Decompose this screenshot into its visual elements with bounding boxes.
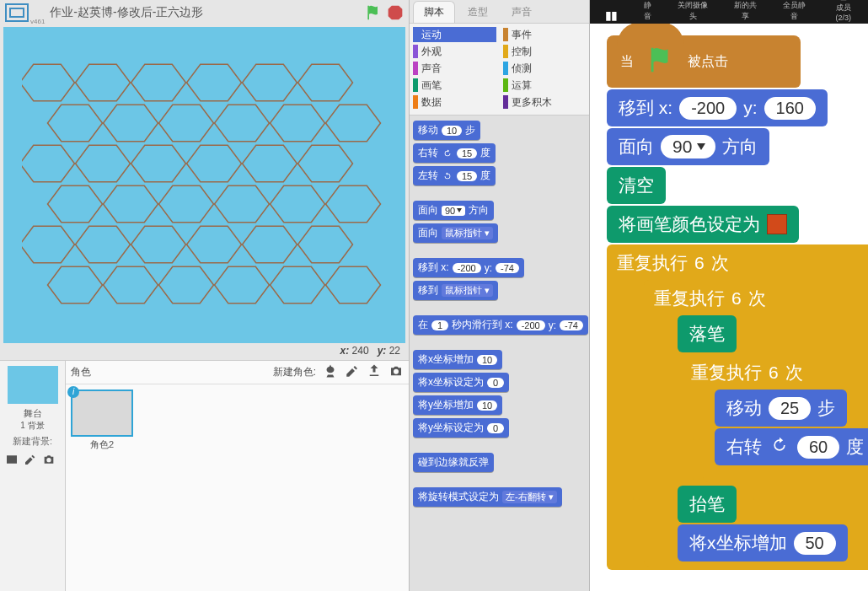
block-repeat-inner[interactable]: 重复执行6次 移动25步 右转60度: [681, 354, 868, 486]
green-flag-icon: [644, 46, 678, 78]
block-point-towards[interactable]: 面向鼠标指针 ▾: [413, 223, 498, 243]
sprite-list: 角色 新建角色: i 角色2: [66, 361, 409, 591]
block-point-direction-script[interactable]: 面向90方向: [607, 128, 769, 165]
block-rotation-style[interactable]: 将旋转模式设定为左-右翻转 ▾: [413, 487, 562, 507]
svg-marker-13: [22, 145, 75, 181]
sprite-library-icon[interactable]: [323, 363, 338, 381]
pause-icon[interactable]: ▮▮: [605, 8, 617, 22]
svg-marker-25: [22, 226, 75, 262]
svg-marker-29: [243, 226, 297, 262]
category-pen[interactable]: 画笔: [413, 78, 496, 93]
stage-selector[interactable]: 舞台 1 背景 新建背景:: [0, 361, 66, 591]
svg-marker-34: [215, 266, 270, 303]
blocks-palette-column: 脚本 造型 声音 运动事件外观控制声音侦测画笔运算数据更多积木 移动10步 右转…: [409, 0, 590, 591]
svg-marker-9: [159, 105, 214, 141]
tab-costumes[interactable]: 造型: [457, 1, 499, 23]
block-repeat-outer[interactable]: 重复执行6次 重复执行6次 落笔 重复执行6次 移动25步 右转60度: [607, 244, 868, 570]
svg-marker-10: [215, 105, 270, 141]
svg-marker-1: [22, 64, 75, 100]
meet-mute-all[interactable]: 全员静音: [780, 0, 809, 22]
sprite-paint-icon[interactable]: [345, 363, 360, 381]
color-swatch[interactable]: [767, 214, 787, 234]
block-point-direction[interactable]: 面向90方向: [413, 201, 494, 220]
category-sensing[interactable]: 侦测: [503, 61, 587, 76]
category-operators[interactable]: 运算: [503, 78, 587, 93]
tab-scripts[interactable]: 脚本: [413, 1, 455, 23]
block-change-x-script[interactable]: 将x坐标增加50: [678, 524, 848, 561]
block-move-steps[interactable]: 移动10步: [413, 121, 480, 140]
svg-marker-14: [76, 145, 131, 181]
category-events[interactable]: 事件: [503, 27, 587, 42]
script-workspace[interactable]: 当 被点击 移到 x:-200y:160 面向90方向 清空 将画笔颜色设定为 …: [590, 24, 868, 591]
sprite-camera-icon[interactable]: [388, 363, 404, 381]
block-go-to-xy-script[interactable]: 移到 x:-200y:160: [607, 89, 828, 126]
category-control[interactable]: 控制: [503, 44, 587, 59]
category-data[interactable]: 数据: [413, 94, 496, 110]
category-sound[interactable]: 声音: [413, 61, 496, 76]
svg-marker-36: [326, 266, 381, 303]
svg-marker-4: [187, 64, 242, 100]
block-bounce[interactable]: 碰到边缘就反弹: [413, 453, 494, 472]
svg-marker-30: [298, 226, 353, 262]
svg-marker-0: [388, 6, 403, 20]
svg-marker-17: [243, 145, 297, 181]
stop-button[interactable]: [387, 4, 404, 21]
svg-marker-18: [298, 145, 353, 181]
svg-marker-33: [159, 266, 214, 303]
block-when-flag-clicked[interactable]: 当 被点击: [607, 35, 801, 88]
svg-marker-5: [243, 64, 297, 100]
svg-marker-3: [131, 64, 186, 100]
tab-sounds[interactable]: 声音: [501, 1, 543, 23]
svg-marker-2: [76, 64, 131, 100]
stage-canvas[interactable]: [3, 27, 405, 343]
block-pen-down-script[interactable]: 落笔: [678, 315, 737, 352]
new-sprite-label: 新建角色:: [273, 365, 316, 379]
block-glide[interactable]: 在1秒内滑行到 x:-200y:-74: [413, 315, 588, 335]
category-more[interactable]: 更多积木: [503, 94, 587, 110]
block-set-x[interactable]: 将x坐标设定为0: [413, 373, 509, 392]
category-motion[interactable]: 运动: [413, 27, 496, 42]
meet-share[interactable]: 新的共享: [731, 0, 760, 22]
svg-marker-35: [271, 266, 325, 303]
block-change-y[interactable]: 将y坐标增加10: [413, 395, 502, 415]
block-pen-up-script[interactable]: 抬笔: [678, 486, 737, 523]
svg-marker-12: [326, 105, 381, 141]
info-icon[interactable]: i: [67, 386, 79, 398]
block-repeat-middle[interactable]: 重复执行6次 落笔 重复执行6次 移动25步 右转60度 抬笔 将x坐标: [644, 280, 868, 567]
backdrop-library-icon[interactable]: [5, 453, 19, 468]
script-column: ▮▮ 静音 关闭摄像头 新的共享 全员静音 成员(2/3) 当 被点击 移到 x…: [590, 0, 868, 591]
left-column: v461 作业-赵英博-修改后-正六边形 x: 240 y: 22 舞台 1 背…: [0, 0, 409, 591]
svg-marker-22: [215, 185, 270, 222]
svg-marker-28: [187, 226, 242, 262]
sprite-item[interactable]: i 角色2: [71, 390, 133, 451]
backdrop-paint-icon[interactable]: [24, 453, 37, 468]
project-title: 作业-赵英博-修改后-正六边形: [50, 5, 360, 20]
titlebar: v461 作业-赵英博-修改后-正六边形: [0, 0, 409, 25]
green-flag-button[interactable]: [365, 4, 382, 21]
meeting-toolbar: ▮▮ 静音 关闭摄像头 新的共享 全员静音 成员(2/3): [590, 0, 868, 24]
meet-members[interactable]: 成员(2/3): [829, 0, 858, 22]
meet-mute[interactable]: 静音: [640, 0, 655, 22]
backdrop-camera-icon[interactable]: [42, 453, 56, 468]
category-grid: 运动事件外观控制声音侦测画笔运算数据更多积木: [410, 24, 589, 116]
block-go-to[interactable]: 移到鼠标指针 ▾: [413, 281, 498, 300]
editor-tabs: 脚本 造型 声音: [410, 0, 589, 24]
sprite-upload-icon[interactable]: [367, 363, 382, 381]
svg-marker-27: [131, 226, 186, 262]
block-move-script[interactable]: 移动25步: [715, 390, 847, 427]
hat-clicked-label: 被点击: [688, 53, 728, 71]
block-set-y[interactable]: 将y坐标设定为0: [413, 418, 509, 438]
block-clear-script[interactable]: 清空: [607, 167, 666, 204]
block-change-x[interactable]: 将x坐标增加10: [413, 350, 502, 369]
block-turn-right-script[interactable]: 右转60度: [715, 428, 868, 465]
block-turn-left[interactable]: 左转15度: [413, 166, 496, 185]
meet-camera[interactable]: 关闭摄像头: [675, 0, 711, 22]
block-turn-right[interactable]: 右转15度: [413, 143, 496, 163]
block-go-to-xy[interactable]: 移到 x:-200y:-74: [413, 258, 524, 277]
category-looks[interactable]: 外观: [413, 44, 496, 59]
block-set-pen-color-script[interactable]: 将画笔颜色设定为: [607, 206, 799, 243]
stage-thumbnail[interactable]: [8, 366, 58, 404]
svg-marker-24: [326, 185, 381, 222]
version-label: v461: [30, 18, 45, 25]
svg-marker-6: [298, 64, 353, 100]
